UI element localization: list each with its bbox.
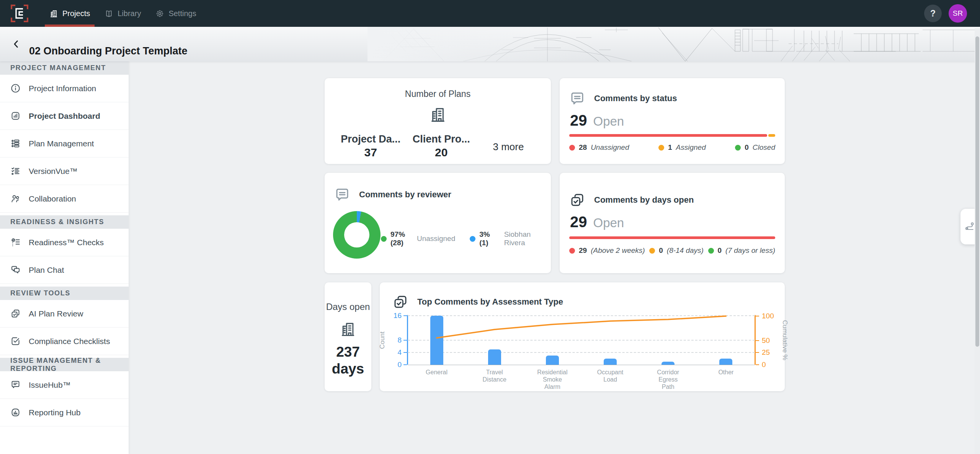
plans-icon — [10, 138, 21, 149]
plan-type-count: 20 — [406, 146, 476, 159]
sidebar: PROJECT MANAGEMENTProject InformationPro… — [0, 61, 129, 454]
nav-item-settings[interactable]: Settings — [148, 0, 203, 27]
cumulative-tick-label: 25 — [762, 348, 779, 357]
number-of-plans-title: Number of Plans — [325, 89, 551, 99]
status-stacked-bar — [569, 134, 775, 137]
sidebar-item-label: Project Dashboard — [29, 111, 100, 121]
legend-dot — [658, 145, 664, 151]
category-label-occupant-load: OccupantLoad — [581, 369, 639, 383]
sidebar-item-readiness-checks[interactable]: Readiness™ Checks — [0, 229, 129, 256]
back-button[interactable] — [10, 38, 22, 50]
category-label-other: Other — [697, 369, 755, 376]
sidebar-item-versionvue[interactable]: VersionVue™ — [0, 157, 129, 185]
plan-type-count: 37 — [335, 146, 406, 159]
card-head: Comments by status — [569, 90, 677, 107]
sidebar-item-label: VersionVue™ — [29, 167, 78, 176]
category-label-corridor-egress-path: CorridorEgressPath — [639, 369, 697, 390]
sidebar-item-label: Compliance Checklists — [29, 337, 110, 346]
nav-item-label: Settings — [168, 9, 196, 18]
legend-item-siobhan-rivera: 3% (1)Siobhan Rivera — [470, 230, 547, 247]
plan-type-label: Project Da... — [335, 133, 406, 145]
legend-value: 3% (1) — [479, 230, 498, 247]
sidebar-item-plan-chat[interactable]: Plan Chat — [0, 256, 129, 284]
cumulative-tick — [756, 316, 759, 316]
days-open-number: 237 — [325, 344, 371, 361]
legend-value: 97% (28) — [390, 230, 411, 247]
legend-item-closed: 0Closed — [735, 143, 775, 152]
pareto-plot: Count Cumulative % 0481602550100GeneralT… — [408, 316, 755, 365]
open-count-row: 29 Open — [570, 213, 624, 231]
legend-label: Unassigned — [591, 143, 629, 152]
avatar[interactable]: SR — [949, 4, 967, 23]
comment-icon — [569, 90, 585, 107]
nav-right-controls: ? SR — [924, 4, 967, 23]
scrollbar-thumb[interactable] — [975, 36, 979, 347]
bar-segment-above-2-weeks — [569, 236, 775, 239]
info-icon — [10, 83, 21, 93]
days-open-value: 237 days — [325, 344, 371, 377]
sidebar-item-compliance-checklists[interactable]: Compliance Checklists — [0, 328, 129, 355]
cumulative-tick — [756, 364, 759, 365]
cumulative-tick — [756, 352, 759, 353]
nav-item-library[interactable]: Library — [97, 0, 148, 27]
check-squares-icon — [569, 192, 585, 208]
comments-by-status-card: Comments by status 29 Open 28Unassigned1… — [560, 78, 785, 164]
scrollbar-track[interactable] — [975, 28, 980, 454]
nav-items: ProjectsLibrarySettings — [42, 0, 204, 27]
comment-icon — [334, 187, 350, 203]
open-count: 29 — [570, 213, 587, 231]
cumulative-tick-label: 100 — [762, 312, 779, 320]
check-square-icon — [10, 336, 21, 346]
check-squares-icon — [392, 294, 408, 310]
count-tick-label: 4 — [384, 348, 402, 357]
plan-type-label: Client Pro... — [406, 133, 476, 145]
comments-by-status-title: Comments by status — [594, 93, 677, 103]
building-icon — [340, 321, 356, 338]
sidebar-item-project-information[interactable]: Project Information — [0, 75, 129, 102]
gear-icon — [155, 9, 164, 18]
count-tick-label: 0 — [384, 361, 402, 369]
cumulative-tick-label: 0 — [762, 361, 779, 369]
sidebar-section-review-tools: REVIEW TOOLSAI Plan ReviewCompliance Che… — [0, 287, 129, 355]
help-button[interactable]: ? — [924, 5, 942, 22]
sidebar-section-project-management: PROJECT MANAGEMENTProject InformationPro… — [0, 61, 129, 213]
legend-value: 1 — [668, 143, 672, 152]
sidebar-section-title: READINESS & INSIGHTS — [0, 215, 129, 229]
sidebar-item-reporting-hub[interactable]: Reporting Hub — [0, 399, 129, 426]
comments-by-days-open-title: Comments by days open — [594, 195, 694, 205]
count-tick — [403, 352, 407, 353]
sidebar-item-project-dashboard[interactable]: Project Dashboard — [0, 102, 129, 130]
sidebar-item-ai-plan-review[interactable]: AI Plan Review — [0, 300, 129, 328]
versions-icon — [10, 166, 21, 176]
plans-more-link[interactable]: 3 more — [477, 133, 540, 153]
legend-label: (Above 2 weeks) — [591, 246, 645, 255]
sidebar-item-collaboration[interactable]: Collaboration — [0, 185, 129, 213]
nav-item-projects[interactable]: Projects — [42, 0, 97, 27]
card-head: Top Comments by Assessment Type — [392, 294, 563, 310]
sidebar-item-plan-management[interactable]: Plan Management — [0, 130, 129, 157]
category-label-residential-smoke-alarm: ResidentialSmokeAlarm — [523, 369, 581, 390]
legend-item-above-2-weeks: 29(Above 2 weeks) — [569, 246, 645, 255]
category-label-general: General — [408, 369, 466, 376]
count-tick — [403, 315, 407, 316]
legend-label: Siobhan Rivera — [504, 230, 547, 247]
legend-item-assigned: 1Assigned — [658, 143, 706, 152]
nav-item-label: Projects — [62, 9, 90, 18]
route-icon — [964, 221, 975, 233]
sidebar-item-issuehub[interactable]: IssueHub™ — [0, 371, 129, 399]
sidebar-section-title: ISSUE MANAGEMENT & REPORTING — [0, 358, 129, 371]
legend-value: 29 — [579, 246, 587, 255]
comments-by-reviewer-card: Comments by reviewer 97% (28)Unassigned3… — [325, 173, 551, 273]
dashboard-icon — [10, 111, 21, 121]
sidebar-section-title: PROJECT MANAGEMENT — [0, 61, 129, 75]
art-fade — [368, 27, 980, 61]
legend-item-unassigned: 28Unassigned — [569, 143, 629, 152]
app-logo-icon[interactable] — [10, 4, 29, 23]
legend-item-unassigned: 97% (28)Unassigned — [381, 230, 455, 247]
legend-value: 0 — [745, 143, 749, 152]
legend-label: (7 days or less) — [725, 246, 775, 255]
days-open-unit: days — [325, 361, 371, 377]
legend-value: 0 — [659, 246, 663, 255]
legend-dot — [708, 248, 714, 254]
page-header: 02 Onboarding Project Template — [0, 27, 980, 61]
